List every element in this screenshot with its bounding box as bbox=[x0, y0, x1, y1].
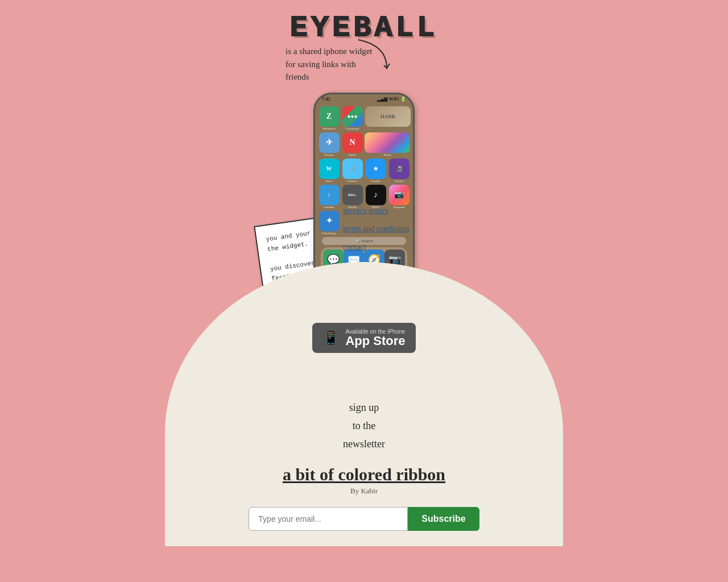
app-label-photos: Photos bbox=[383, 153, 391, 156]
app-icon-letterboard[interactable]: ●●● bbox=[342, 106, 363, 127]
app-label-octopus: Octopus bbox=[324, 153, 334, 156]
signup-line3: newsletter bbox=[343, 438, 385, 450]
app-cell-connect: 🔗 Connect bbox=[342, 159, 363, 182]
widget-placeholder: HABR bbox=[365, 106, 411, 127]
curved-arrow bbox=[353, 34, 398, 91]
app-cell-octopus: ✈ Octopus bbox=[318, 132, 340, 156]
signal-icon: ▂▄▆ bbox=[377, 97, 387, 102]
wifi-icon: WiFi bbox=[389, 97, 399, 102]
app-icon-instagram[interactable]: 📷 bbox=[389, 185, 410, 205]
app-cell-widget: HABR bbox=[365, 106, 410, 130]
nav-contact[interactable]: contact bbox=[343, 243, 410, 252]
app-label-transbar: TransBar bbox=[324, 206, 334, 209]
app-cell-transbar: ↕ TransBar bbox=[318, 185, 340, 209]
app-icon-transbar[interactable]: ↕ bbox=[319, 185, 340, 205]
subtitle-line2: for saving links with bbox=[286, 60, 356, 69]
app-grid-row3: W Waze! 🔗 Connect ★ bbox=[318, 159, 410, 182]
app-icon-netflix[interactable]: N bbox=[342, 132, 363, 153]
app-label-global-entry: Global Entry bbox=[322, 232, 337, 235]
newsletter-by-line: By Kabir bbox=[350, 487, 378, 496]
app-label-connect: Connect bbox=[348, 180, 357, 182]
app-icon-waze[interactable]: W bbox=[319, 159, 340, 179]
app-cell-tiktok: ♪ TikTok bbox=[365, 185, 386, 209]
app-cell-netflix: N Netflix bbox=[342, 132, 363, 156]
app-label-netflix: Netflix bbox=[348, 153, 356, 156]
app-label-letterboard: Letterboard bbox=[346, 127, 359, 130]
app-cell-letterboard: ●●● Letterboard bbox=[342, 106, 363, 130]
app-grid-row2: ✈ Octopus N Netflix Photos bbox=[318, 132, 410, 156]
app-icon-widget[interactable]: HABR bbox=[365, 106, 411, 127]
app-label-journal: Journal bbox=[395, 180, 403, 182]
app-cell-journal: 📓 Journal bbox=[388, 159, 410, 182]
battery-icon: 🔋 bbox=[400, 97, 406, 102]
subtitle-line3: friends bbox=[286, 72, 309, 81]
app-cell-waze: W Waze! bbox=[318, 159, 340, 182]
app-grid-row4: ↕ TransBar DIG. Dig.Ini ♪ bbox=[318, 185, 410, 209]
app-icon-connect[interactable]: 🔗 bbox=[342, 159, 363, 179]
app-icon-esomlar[interactable]: ★ bbox=[366, 159, 386, 179]
nav-terms-conditions[interactable]: terms and conditions bbox=[343, 225, 410, 234]
newsletter-title: a bit of colored ribbon bbox=[283, 465, 445, 484]
nav-links: privacy policy terms and conditions cont… bbox=[343, 206, 410, 252]
signup-text: sign up to the newsletter bbox=[343, 398, 385, 454]
app-store-text: Available on the iPhone App Store bbox=[345, 329, 405, 347]
app-cell-dig: DIG. Dig.Ini bbox=[342, 185, 363, 209]
app-icon-global-entry[interactable]: ✦ bbox=[319, 211, 340, 231]
phone-status-bar: 7:42 ▂▄▆ WiFi 🔋 bbox=[315, 94, 413, 104]
app-icon-tiktok[interactable]: ♪ bbox=[366, 185, 386, 205]
app-cell-photos: Photos bbox=[365, 132, 410, 156]
app-cell-global-entry: ✦ Global Entry bbox=[318, 211, 340, 235]
app-cell-instagram: 📷 Instagram bbox=[388, 185, 410, 209]
app-label-robinhood: Robinhood bbox=[322, 127, 335, 130]
signup-line1: sign up bbox=[349, 402, 379, 413]
app-cell-esomlar: ★ Esomlar bbox=[365, 159, 386, 182]
app-label-waze: Waze! bbox=[325, 180, 333, 182]
newsletter-section: sign up to the newsletter a bit of color… bbox=[0, 364, 728, 546]
app-icon-octopus[interactable]: ✈ bbox=[319, 132, 340, 153]
newsletter-content: sign up to the newsletter a bit of color… bbox=[249, 364, 479, 531]
app-label-esomlar: Esomlar bbox=[371, 180, 380, 182]
app-icon-robinhood[interactable]: Z bbox=[319, 106, 340, 127]
phone-time: 7:42 bbox=[322, 97, 330, 102]
app-icon-photos[interactable] bbox=[365, 132, 410, 153]
app-icon-dig[interactable]: DIG. bbox=[342, 185, 363, 205]
email-input[interactable] bbox=[249, 507, 408, 531]
app-cell-robinhood: Z Robinhood bbox=[318, 106, 340, 130]
email-form: Subscribe bbox=[249, 507, 479, 531]
signup-line2: to the bbox=[353, 420, 376, 431]
nav-privacy-policy[interactable]: privacy policy bbox=[343, 206, 410, 215]
subscribe-button[interactable]: Subscribe bbox=[408, 507, 479, 531]
app-icon-journal[interactable]: 📓 bbox=[389, 159, 410, 179]
app-grid-row1: Z Robinhood ●●● Letterboard bbox=[318, 106, 410, 130]
app-store-button[interactable]: 📱 Available on the iPhone App Store bbox=[312, 323, 415, 353]
app-store-name: App Store bbox=[345, 335, 405, 347]
page-wrapper: EYEBALL is a shared iphone widget for sa… bbox=[0, 0, 728, 546]
phone-store-icon: 📱 bbox=[322, 330, 340, 346]
app-store-section: 📱 Available on the iPhone App Store bbox=[0, 323, 728, 353]
